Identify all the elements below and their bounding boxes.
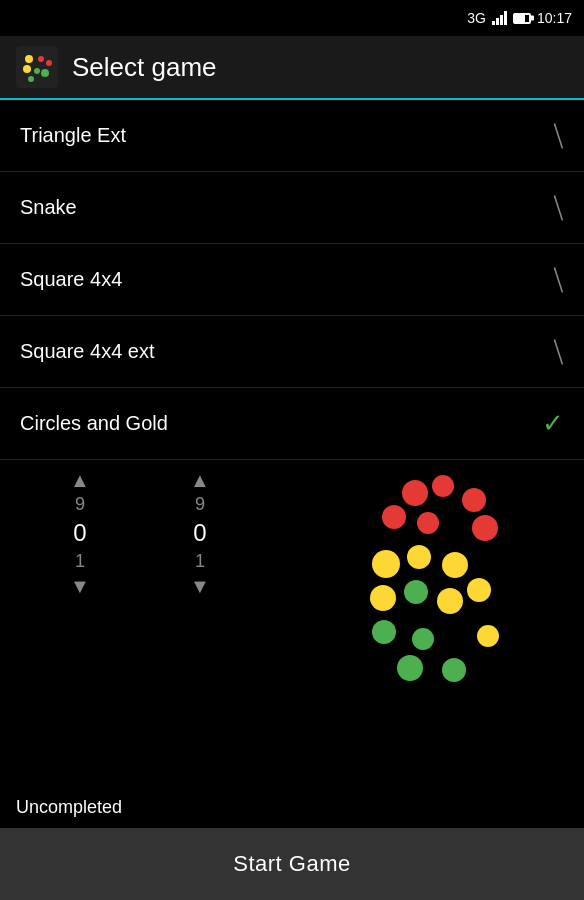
bottom-section: Uncompleted Start Game bbox=[0, 783, 584, 900]
spinner-1: ▲ 9 0 1 ▼ bbox=[20, 470, 140, 596]
start-game-button[interactable]: Start Game bbox=[0, 828, 584, 900]
circle-dot bbox=[432, 475, 454, 497]
circle-dot bbox=[462, 488, 486, 512]
network-indicator: 3G bbox=[467, 10, 486, 26]
circle-dot bbox=[417, 512, 439, 534]
config-row: ▲ 9 0 1 ▼ ▲ 9 0 1 ▼ bbox=[0, 470, 584, 690]
spinner1-up[interactable]: ▲ bbox=[70, 470, 90, 490]
battery-icon bbox=[513, 13, 531, 24]
spinner2-up[interactable]: ▲ bbox=[190, 470, 210, 490]
spinner2-down[interactable]: ▼ bbox=[190, 576, 210, 596]
svg-point-6 bbox=[28, 76, 34, 82]
app-bar: Select game bbox=[0, 36, 584, 100]
circle-dot bbox=[412, 628, 434, 650]
circle-dot bbox=[477, 625, 499, 647]
unselected-icon-2: ╱ bbox=[545, 267, 570, 292]
circle-dot bbox=[437, 588, 463, 614]
spinner1-bottom-value: 1 bbox=[75, 551, 85, 572]
circle-dot bbox=[467, 578, 491, 602]
list-item-square-4x4[interactable]: Square 4x4 ╱ bbox=[0, 244, 584, 316]
circle-dot bbox=[397, 655, 423, 681]
game-list: Triangle Ext ╱ Snake ╱ Square 4x4 ╱ Squa… bbox=[0, 100, 584, 460]
app-icon bbox=[16, 46, 58, 88]
svg-point-5 bbox=[41, 69, 49, 77]
list-item-triangle-ext[interactable]: Triangle Ext ╱ bbox=[0, 100, 584, 172]
list-item-square-4x4-ext[interactable]: Square 4x4 ext ╱ bbox=[0, 316, 584, 388]
circle-dot bbox=[407, 545, 431, 569]
circle-dot bbox=[442, 552, 468, 578]
selected-icon-4: ✓ bbox=[542, 408, 564, 439]
unselected-icon-3: ╱ bbox=[545, 339, 570, 364]
circle-dot bbox=[382, 505, 406, 529]
spinner2-bottom-value: 1 bbox=[195, 551, 205, 572]
svg-point-4 bbox=[34, 68, 40, 74]
circle-dot bbox=[472, 515, 498, 541]
svg-point-3 bbox=[23, 65, 31, 73]
spinner-2: ▲ 9 0 1 ▼ bbox=[140, 470, 260, 596]
circles-preview bbox=[280, 470, 564, 690]
game-config: ▲ 9 0 1 ▼ ▲ 9 0 1 ▼ bbox=[0, 460, 584, 700]
app-title: Select game bbox=[72, 52, 217, 83]
list-item-snake[interactable]: Snake ╱ bbox=[0, 172, 584, 244]
circles-grid bbox=[342, 470, 502, 690]
spinner2-main-value: 0 bbox=[193, 519, 206, 547]
svg-point-0 bbox=[25, 55, 33, 63]
spinner1-down[interactable]: ▼ bbox=[70, 576, 90, 596]
spinner1-main-value: 0 bbox=[73, 519, 86, 547]
status-bar: 3G 10:17 bbox=[0, 0, 584, 36]
circle-dot bbox=[372, 550, 400, 578]
status-label: Uncompleted bbox=[0, 783, 584, 828]
spinner1-top-value: 9 bbox=[75, 494, 85, 515]
circle-dot bbox=[404, 580, 428, 604]
svg-point-2 bbox=[46, 60, 52, 66]
circle-dot bbox=[442, 658, 466, 682]
circle-dot bbox=[370, 585, 396, 611]
svg-point-1 bbox=[38, 56, 44, 62]
list-item-circles-and-gold[interactable]: Circles and Gold ✓ bbox=[0, 388, 584, 460]
spinner2-top-value: 9 bbox=[195, 494, 205, 515]
time-display: 10:17 bbox=[537, 10, 572, 26]
unselected-icon-0: ╱ bbox=[545, 123, 570, 148]
circle-dot bbox=[372, 620, 396, 644]
signal-icon bbox=[492, 11, 507, 25]
circle-dot bbox=[402, 480, 428, 506]
unselected-icon-1: ╱ bbox=[545, 195, 570, 220]
